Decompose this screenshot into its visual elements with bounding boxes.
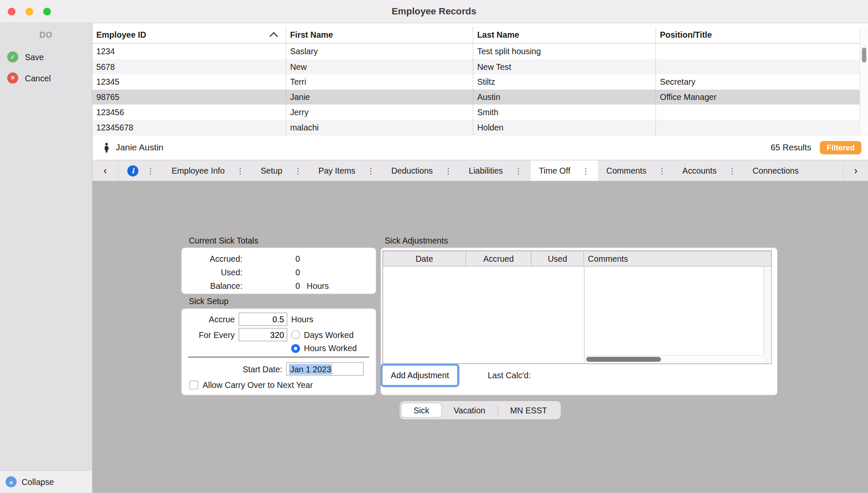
tab-connections[interactable]: Connections <box>744 161 807 181</box>
filtered-badge[interactable]: Filtered <box>820 141 861 154</box>
start-date-value: Jan 1 2023 <box>289 364 332 374</box>
used-value: 0 <box>242 266 300 280</box>
group-title: Current Sick Totals <box>189 235 376 245</box>
tabs-scroll-left-button[interactable]: ‹ <box>92 161 118 181</box>
tab-employee-info[interactable]: Employee Info ⋮ <box>163 161 252 181</box>
adj-column-accrued: Accrued <box>466 251 531 266</box>
close-button[interactable] <box>8 8 15 15</box>
start-date-input[interactable]: Jan 1 2023 <box>286 363 364 376</box>
adjustments-table-body <box>383 267 771 364</box>
tab-setup[interactable]: Setup ⋮ <box>252 161 310 181</box>
tab-menu-icon[interactable]: ⋮ <box>582 166 590 175</box>
table-row[interactable]: 12345678 malachi Holden <box>92 120 868 135</box>
table-row[interactable]: 123456 Jerry Smith <box>92 105 868 120</box>
group-title: Sick Adjustments <box>385 235 778 245</box>
balance-value: 0 <box>242 280 300 293</box>
app-window: Employee Records DO ✓ Save × Cancel « Co… <box>0 0 868 493</box>
add-adjustment-button[interactable]: Add Adjustment <box>382 365 458 385</box>
tab-menu-icon[interactable]: ⋮ <box>236 166 244 175</box>
tab-label: Deductions <box>391 166 433 175</box>
tab-deductions[interactable]: Deductions ⋮ <box>383 161 461 181</box>
cell-position <box>656 44 868 59</box>
sidebar: DO ✓ Save × Cancel « Collapse <box>0 23 92 493</box>
save-button-label: Save <box>25 52 44 61</box>
scrollbar-thumb[interactable] <box>586 357 661 362</box>
carry-over-label: Allow Carry Over to Next Year <box>203 380 313 389</box>
cell-first-name: Jerry <box>286 105 473 120</box>
cell-first-name: New <box>286 59 473 74</box>
comments-horizontal-scrollbar[interactable] <box>584 355 764 364</box>
tab-label: Setup <box>261 166 282 175</box>
column-header-last-name[interactable]: Last Name <box>473 27 656 43</box>
accrued-value: 0 <box>242 252 300 266</box>
cell-employee-id: 12345 <box>92 74 286 89</box>
table-row[interactable]: 12345 Terri Stiltz Secretary <box>92 74 868 89</box>
tab-menu-icon[interactable]: ⋮ <box>658 166 666 175</box>
cancel-button-label: Cancel <box>25 73 51 83</box>
tab-menu-icon[interactable]: ⋮ <box>367 166 375 175</box>
save-button[interactable]: ✓ Save <box>0 47 92 68</box>
for-every-label: For Every <box>188 330 235 339</box>
bottom-tab-mn-esst[interactable]: MN ESST <box>498 403 559 417</box>
zoom-button[interactable] <box>43 8 51 15</box>
save-check-icon: ✓ <box>7 51 18 62</box>
window-title: Employee Records <box>0 6 868 17</box>
minimize-button[interactable] <box>25 8 33 15</box>
tab-label: Accounts <box>682 166 717 175</box>
tab-info[interactable]: i ⋮ <box>119 161 164 181</box>
cancel-button[interactable]: × Cancel <box>0 67 92 89</box>
table-row[interactable]: 1234 Saslary Test split housing <box>92 44 868 59</box>
collapse-label: Collapse <box>22 477 54 487</box>
table-vertical-scrollbar[interactable] <box>860 27 868 135</box>
tab-time-off[interactable]: Time Off ⋮ <box>531 161 598 181</box>
cell-position: Office Manager <box>656 89 868 105</box>
bottom-tab-vacation[interactable]: Vacation <box>441 403 497 417</box>
column-header-label: Employee ID <box>96 30 146 39</box>
sick-setup-group: Sick Setup Accrue Hours For Every Days W… <box>181 296 376 396</box>
cell-last-name: New Test <box>473 59 656 74</box>
start-date-label: Start Date: <box>188 364 282 374</box>
radio-days-worked[interactable] <box>291 330 300 339</box>
tab-comments[interactable]: Comments ⋮ <box>598 161 674 181</box>
collapse-chevrons-icon: « <box>6 476 17 487</box>
tab-liabilities[interactable]: Liabilities ⋮ <box>460 161 530 181</box>
tab-menu-icon[interactable]: ⋮ <box>728 166 736 175</box>
tab-menu-icon[interactable]: ⋮ <box>294 166 302 175</box>
balance-unit: Hours <box>307 280 329 293</box>
table-row-selected[interactable]: 98765 Janie Austin Office Manager <box>92 89 868 105</box>
cell-last-name: Smith <box>473 105 656 120</box>
radio-days-worked-label: Days Worked <box>304 330 353 339</box>
column-header-first-name[interactable]: First Name <box>286 27 473 43</box>
for-every-input[interactable] <box>239 328 287 341</box>
balance-label: Balance: <box>181 280 242 293</box>
adj-column-comments: Comments <box>584 251 771 266</box>
nav-tab-bar: ‹ i ⋮ Employee Info ⋮ Setup ⋮ Pay Items … <box>92 160 868 181</box>
tab-menu-icon[interactable]: ⋮ <box>445 166 452 175</box>
table-row[interactable]: 5678 New New Test <box>92 59 868 74</box>
collapse-button[interactable]: « Collapse <box>0 470 92 493</box>
time-off-type-tabs: Sick Vacation MN ESST <box>400 401 561 419</box>
tab-accounts[interactable]: Accounts ⋮ <box>674 161 744 181</box>
tab-menu-icon[interactable]: ⋮ <box>147 166 154 175</box>
adjustments-vertical-scrollbar[interactable] <box>763 267 771 364</box>
tab-menu-icon[interactable]: ⋮ <box>515 166 522 175</box>
column-divider <box>584 267 584 364</box>
accrued-label: Accrued: <box>181 252 242 266</box>
accrue-input[interactable] <box>239 313 287 326</box>
tab-pay-items[interactable]: Pay Items ⋮ <box>310 161 383 181</box>
used-label: Used: <box>181 266 242 280</box>
cell-employee-id: 98765 <box>92 89 286 105</box>
scrollbar-thumb[interactable] <box>862 47 866 62</box>
bottom-tab-sick[interactable]: Sick <box>401 403 441 417</box>
tab-label: Pay Items <box>318 166 355 175</box>
column-header-employee-id[interactable]: Employee ID <box>92 27 286 43</box>
current-sick-totals-group: Current Sick Totals Accrued: 0 Used: 0 <box>181 235 376 294</box>
cell-position <box>656 105 868 120</box>
column-header-position-title[interactable]: Position/Title <box>656 27 868 43</box>
checkbox-carry-over[interactable] <box>189 380 198 389</box>
cell-position <box>656 120 868 135</box>
current-record-name: Janie Austin <box>116 143 164 153</box>
tabs-scroll-right-button[interactable]: › <box>843 161 868 181</box>
info-icon: i <box>127 165 138 176</box>
radio-hours-worked[interactable] <box>291 344 300 353</box>
